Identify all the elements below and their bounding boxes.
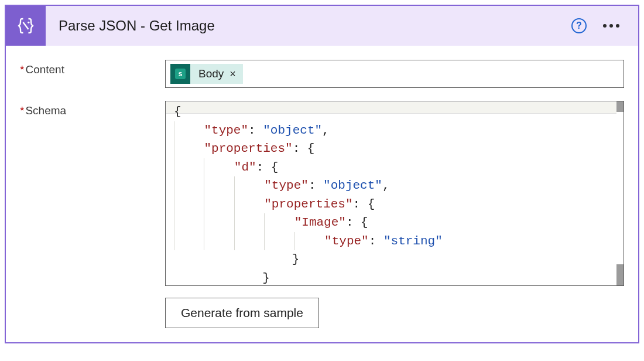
schema-editor[interactable]: { "type": "object", "properties": { "d":… <box>165 101 624 286</box>
dynamic-content-token[interactable]: Body × <box>190 64 243 84</box>
parse-json-icon <box>6 6 46 46</box>
schema-code[interactable]: { "type": "object", "properties": { "d":… <box>166 101 624 285</box>
content-input[interactable]: s Body × <box>165 60 624 88</box>
more-options-icon[interactable] <box>602 21 621 31</box>
field-content: *Content s Body × <box>20 60 624 88</box>
card-header[interactable]: Parse JSON - Get Image ? <box>6 6 638 46</box>
generate-from-sample-button[interactable]: Generate from sample <box>165 298 319 328</box>
schema-label: *Schema <box>20 101 165 117</box>
field-schema: *Schema { "type": "object", "properties"… <box>20 101 624 328</box>
scroll-thumb[interactable] <box>616 264 624 285</box>
token-remove-icon[interactable]: × <box>229 68 236 80</box>
scroll-thumb[interactable] <box>616 101 624 112</box>
svg-point-0 <box>28 22 29 23</box>
sharepoint-icon: s <box>170 64 190 84</box>
card-body: *Content s Body × *Schema <box>6 46 638 342</box>
scrollbar[interactable] <box>616 101 624 285</box>
help-icon[interactable]: ? <box>571 18 587 33</box>
token-label: Body <box>198 67 224 80</box>
action-card: Parse JSON - Get Image ? *Content s Body <box>5 5 639 343</box>
card-title: Parse JSON - Get Image <box>59 18 571 34</box>
content-label: *Content <box>20 60 165 76</box>
